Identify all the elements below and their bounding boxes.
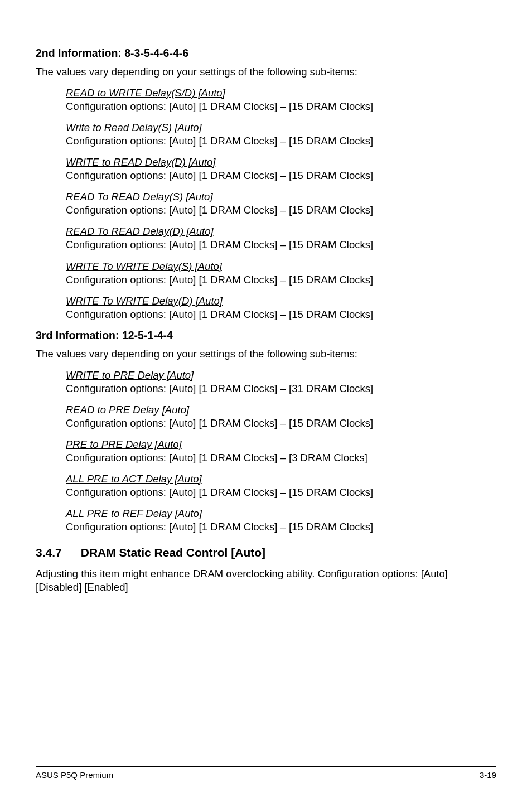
option-desc: Configuration options: [Auto] [1 DRAM Cl… [66, 169, 496, 182]
option-desc: Configuration options: [Auto] [1 DRAM Cl… [66, 238, 496, 252]
option-title: WRITE To WRITE Delay(S) [Auto] [66, 260, 496, 273]
option-title: WRITE to PRE Delay [Auto] [66, 369, 496, 382]
option-block: READ to PRE Delay [Auto] Configuration o… [66, 403, 496, 430]
option-title: WRITE To WRITE Delay(D) [Auto] [66, 294, 496, 308]
option-desc: Configuration options: [Auto] [1 DRAM Cl… [66, 486, 496, 499]
section-title: DRAM Static Read Control [Auto] [81, 546, 265, 559]
intro-3rd-info: The values vary depending on your settin… [36, 347, 496, 361]
section-number: 3.4.7 [36, 546, 62, 559]
footer-left: ASUS P5Q Premium [36, 770, 113, 780]
intro-2nd-info: The values vary depending on your settin… [36, 65, 496, 79]
heading-3rd-info: 3rd Information: 12-5-1-4-4 [36, 329, 496, 342]
option-desc: Configuration options: [Auto] [1 DRAM Cl… [66, 451, 496, 465]
option-block: WRITE To WRITE Delay(S) [Auto] Configura… [66, 260, 496, 287]
section-heading-347: 3.4.7 DRAM Static Read Control [Auto] [36, 546, 496, 559]
option-desc: Configuration options: [Auto] [1 DRAM Cl… [66, 273, 496, 287]
option-block: READ To READ Delay(D) [Auto] Configurati… [66, 225, 496, 252]
option-title: READ To READ Delay(S) [Auto] [66, 190, 496, 204]
option-block: ALL PRE to REF Delay [Auto] Configuratio… [66, 507, 496, 534]
option-title: ALL PRE to ACT Delay [Auto] [66, 472, 496, 486]
option-desc: Configuration options: [Auto] [1 DRAM Cl… [66, 204, 496, 217]
option-desc: Configuration options: [Auto] [1 DRAM Cl… [66, 520, 496, 534]
option-title: ALL PRE to REF Delay [Auto] [66, 507, 496, 520]
section-347-desc: Adjusting this item might enhance DRAM o… [36, 567, 496, 594]
option-title: Write to Read Delay(S) [Auto] [66, 121, 496, 134]
option-block: WRITE to READ Delay(D) [Auto] Configurat… [66, 156, 496, 182]
heading-2nd-info: 2nd Information: 8-3-5-4-6-4-6 [36, 47, 496, 60]
option-block: WRITE To WRITE Delay(D) [Auto] Configura… [66, 294, 496, 321]
option-block: WRITE to PRE Delay [Auto] Configuration … [66, 369, 496, 395]
option-block: Write to Read Delay(S) [Auto] Configurat… [66, 121, 496, 148]
option-block: ALL PRE to ACT Delay [Auto] Configuratio… [66, 472, 496, 499]
option-title: READ to PRE Delay [Auto] [66, 403, 496, 417]
option-desc: Configuration options: [Auto] [1 DRAM Cl… [66, 417, 496, 430]
option-desc: Configuration options: [Auto] [1 DRAM Cl… [66, 100, 496, 113]
option-desc: Configuration options: [Auto] [1 DRAM Cl… [66, 134, 496, 148]
option-title: READ To READ Delay(D) [Auto] [66, 225, 496, 238]
option-title: WRITE to READ Delay(D) [Auto] [66, 156, 496, 169]
option-block: READ to WRITE Delay(S/D) [Auto] Configur… [66, 86, 496, 113]
option-title: READ to WRITE Delay(S/D) [Auto] [66, 86, 496, 100]
option-desc: Configuration options: [Auto] [1 DRAM Cl… [66, 308, 496, 321]
option-block: READ To READ Delay(S) [Auto] Configurati… [66, 190, 496, 217]
option-block: PRE to PRE Delay [Auto] Configuration op… [66, 438, 496, 465]
page-footer: ASUS P5Q Premium 3-19 [36, 766, 496, 780]
footer-right: 3-19 [480, 770, 496, 780]
option-desc: Configuration options: [Auto] [1 DRAM Cl… [66, 382, 496, 395]
option-title: PRE to PRE Delay [Auto] [66, 438, 496, 451]
